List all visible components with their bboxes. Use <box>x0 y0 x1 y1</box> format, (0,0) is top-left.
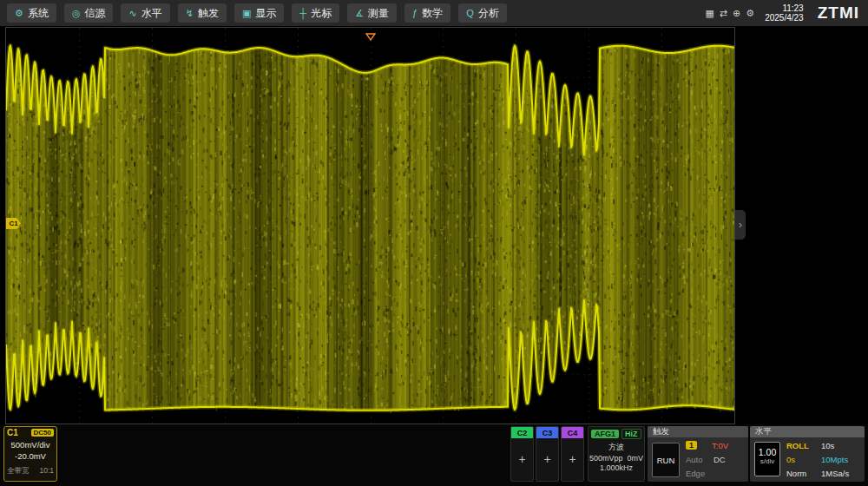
afg-wave-type: 方波 <box>589 442 644 453</box>
status-bar: C1 DC50 500mV/div -20.0mV 全带宽 10:1 C2 + … <box>0 424 868 486</box>
top-menu-bar: 系统 信源 水平 触发 显示 光标 测量 数学 分析 <box>0 0 868 26</box>
horizontal-panel-title: 水平 <box>750 426 865 437</box>
channel-c1-footer: 全带宽 10:1 <box>7 466 54 476</box>
trigger-panel[interactable]: 触发 RUN 1 T:0V Auto DC Edge <box>648 426 748 482</box>
channel-c1-header: C1 DC50 <box>4 427 56 438</box>
menu-source-button[interactable]: 信源 <box>64 3 114 23</box>
channel-c4-label: C4 <box>562 427 583 438</box>
menu-label: 分析 <box>478 6 499 21</box>
afg-offset: 0mV <box>628 454 644 463</box>
menu-trigger-button[interactable]: 触发 <box>178 3 227 23</box>
menu-cursor-button[interactable]: 光标 <box>292 3 339 23</box>
clock-date: 2025/4/23 <box>765 13 804 23</box>
menu-label: 数学 <box>422 6 443 21</box>
channel-c4-enable-button[interactable]: + <box>562 438 583 480</box>
afg-amplitude: 500mVpp <box>589 454 623 463</box>
measure-icon <box>355 9 364 18</box>
display-icon <box>242 9 251 18</box>
trigger-type: Edge <box>686 469 705 478</box>
side-panel-collapse-tab[interactable]: › <box>735 210 746 240</box>
channel-c1-label: C1 <box>7 428 18 437</box>
menu-label: 光标 <box>311 6 332 21</box>
menu-system-button[interactable]: 系统 <box>7 3 56 23</box>
topbar-right-cluster: 11:23 2025/4/23 ZTMI <box>705 3 859 23</box>
trigger-source-badge: 1 <box>686 441 697 450</box>
menu-group: 系统 信源 水平 触发 显示 光标 测量 数学 分析 <box>7 3 507 23</box>
network-icon[interactable] <box>733 9 740 18</box>
gear-icon <box>15 9 23 18</box>
trigger-coupling: DC <box>713 455 726 464</box>
channel-c4-panel[interactable]: C4 + <box>561 426 584 482</box>
trigger-level-value: T:0V <box>712 441 728 450</box>
afg-panel[interactable]: AFG1 HiZ 方波 500mVpp 0mV 1.000kHz <box>588 426 645 482</box>
afg-label: AFG1 <box>591 430 619 438</box>
menu-display-button[interactable]: 显示 <box>234 3 284 23</box>
vertical-offset-value: -20.0mV <box>4 451 56 461</box>
horizontal-wave-icon <box>128 9 136 18</box>
sample-mode: Norm <box>786 469 806 478</box>
sample-rate: 1MSa/s <box>821 469 849 478</box>
cursor-icon <box>299 9 306 18</box>
clock: 11:23 2025/4/23 <box>765 3 804 23</box>
channel-c3-enable-button[interactable]: + <box>536 438 558 480</box>
menu-label: 触发 <box>198 6 219 21</box>
menu-label: 水平 <box>141 6 162 21</box>
timebase-scale-value: 1.00 <box>755 447 779 457</box>
menu-analyze-button[interactable]: 分析 <box>458 3 507 23</box>
menu-horizontal-button[interactable]: 水平 <box>121 3 169 23</box>
menu-measure-button[interactable]: 测量 <box>347 3 397 23</box>
trigger-icon <box>186 9 194 18</box>
memory-depth: 10Mpts <box>821 455 848 464</box>
bandwidth-label: 全带宽 <box>7 466 30 476</box>
menu-math-button[interactable]: 数学 <box>404 3 450 23</box>
coupling-badge: DC50 <box>31 429 54 437</box>
trigger-triangle-icon <box>365 33 376 41</box>
trigger-position-marker[interactable] <box>365 29 376 36</box>
brand-logo: ZTMI <box>818 3 859 23</box>
trigger-panel-title: 触发 <box>648 426 748 437</box>
channel-c2-panel[interactable]: C2 + <box>510 426 534 482</box>
afg-frequency: 1.000kHz <box>589 463 644 472</box>
screen-icon[interactable] <box>705 9 713 18</box>
channel-c3-panel[interactable]: C3 + <box>536 426 559 482</box>
afg-impedance-badge: HiZ <box>621 429 641 439</box>
menu-label: 系统 <box>28 6 49 21</box>
run-status-button[interactable]: RUN <box>652 443 680 477</box>
magnifier-icon <box>466 9 474 18</box>
menu-label: 显示 <box>255 6 276 21</box>
status-icon-group <box>705 9 754 18</box>
math-icon <box>412 9 418 18</box>
clock-time: 11:23 <box>765 3 804 13</box>
afg-amplitude-row: 500mVpp 0mV <box>589 454 644 463</box>
channel-c1-panel[interactable]: C1 DC50 500mV/div -20.0mV 全带宽 10:1 <box>3 426 57 482</box>
settings-icon[interactable] <box>746 9 754 18</box>
time-window: 10s <box>821 441 834 450</box>
timebase-scale-unit: s/div <box>755 457 779 465</box>
channel-c2-label: C2 <box>511 427 533 438</box>
channel-c2-enable-button[interactable]: + <box>511 438 533 480</box>
horizontal-delay: 0s <box>786 455 795 464</box>
acquisition-mode: ROLL <box>786 441 809 450</box>
source-icon <box>72 9 81 18</box>
vertical-scale-value: 500mV/div <box>4 440 56 450</box>
trigger-sweep-mode: Auto <box>686 455 703 464</box>
afg-header: AFG1 HiZ <box>589 427 644 441</box>
menu-label: 测量 <box>368 6 389 21</box>
channel-c3-label: C3 <box>536 427 558 438</box>
horizontal-panel[interactable]: 水平 1.00 s/div ROLL 10s 0s 10Mpts Norm 1M… <box>750 426 865 482</box>
timebase-scale-button[interactable]: 1.00 s/div <box>754 442 780 476</box>
menu-label: 信源 <box>84 6 105 21</box>
probe-ratio-label: 10:1 <box>39 466 54 476</box>
usb-icon[interactable] <box>720 9 727 18</box>
waveform-canvas[interactable] <box>6 28 734 424</box>
waveform-display[interactable]: C1 <box>5 27 735 424</box>
